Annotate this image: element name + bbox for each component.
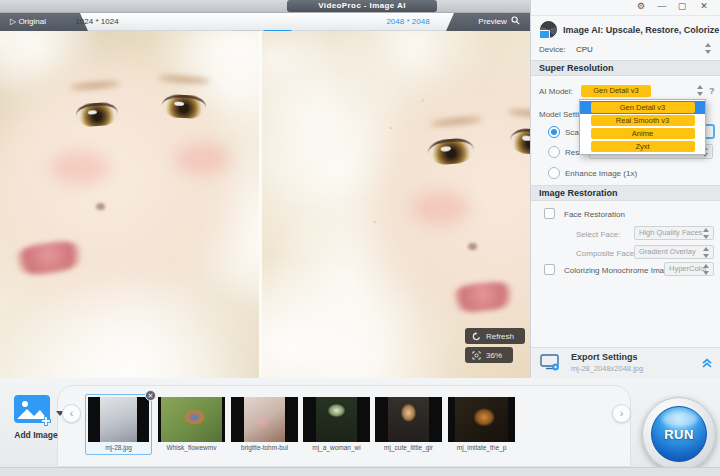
add-image-icon[interactable] [13,394,55,428]
refresh-button[interactable]: Refresh [465,328,525,344]
colorize-checkbox[interactable] [544,264,555,275]
export-settings-icon [540,354,562,372]
minimize-button[interactable]: — [655,1,669,11]
play-icon: ▷ [10,17,16,26]
thumbnail-item[interactable]: mj_cute_little_gir [375,397,442,454]
ai-model-option[interactable]: Gen Detail v3 [580,101,705,114]
super-resolution-section-header: Super Resolution [531,60,720,76]
add-image-label[interactable]: Add Image [6,430,66,440]
select-face-value: High Quality Faces [639,228,702,237]
composite-face-label: Composite Face: [576,249,636,258]
window-title: VideoProc - Image AI [287,0,437,12]
scroll-left-button[interactable]: ‹ [62,404,81,423]
zoom-level-value: 36% [486,351,502,360]
thumbnail-image [100,397,138,442]
gear-icon[interactable]: ⚙ [634,1,648,11]
help-icon[interactable]: ? [709,86,715,96]
magnifier-icon [511,16,520,25]
thumbnail-caption: mj_a_woman_wi [303,442,370,454]
device-spinner-icon[interactable] [705,43,712,54]
original-image-pane[interactable] [0,31,259,378]
select-face-spinner-icon [703,228,710,239]
colorize-dropdown[interactable]: HyperColor [664,262,714,276]
export-settings-card[interactable]: Export Settings mj-28_2048x2048.jpg [531,347,720,378]
thumbnail-image [161,397,223,442]
thumbnail-image [316,397,358,442]
original-size-label: 1024 * 1024 [47,13,147,31]
panel-title: Image AI: Upscale, Restore, Colorize [563,25,719,35]
scroll-right-button[interactable]: › [612,404,631,423]
refresh-label: Refresh [486,332,514,341]
preview-tab-label: Preview [478,17,506,26]
select-face-label: Select Face: [576,230,620,239]
ai-model-option[interactable]: Zyxt [580,140,705,153]
refresh-icon [472,332,481,341]
face-restoration-label: Face Restoration [564,210,625,219]
composite-face-value: Gradient Overlay [639,247,696,256]
ai-model-combobox[interactable]: Gen Detail v3 [581,85,651,97]
thumbnail-image [244,397,286,442]
thumbnail-image [388,397,430,442]
device-value: CPU [576,45,593,54]
export-filename: mj-28_2048x2048.jpg [571,364,643,373]
composite-face-dropdown[interactable]: Gradient Overlay [634,245,714,259]
run-button-label: RUN [651,406,707,462]
videoproc-image-ai-window: VideoProc - Image AI ▷ Original 1024 * 1… [0,0,720,476]
select-face-dropdown[interactable]: High Quality Faces [634,226,714,240]
image-restoration-section-header: Image Restoration [531,185,720,201]
remove-thumbnail-icon[interactable]: ✕ [145,390,156,401]
colorize-spinner-icon [703,264,710,275]
thumbnail-item[interactable]: ✕ mj-28.jpg [85,394,152,455]
thumbnail-caption: mj-28.jpg [88,442,149,454]
thumbnail-caption: brigitte-tohm-bul [231,442,298,454]
bottom-bar: Add Image ‹ ✕ mj-28.jpg Whisk_flowewmv b… [0,378,720,467]
ai-model-dropdown-list: Gen Detail v3 Real Smooth v3 Anime Zyxt [579,99,706,155]
tab-preview[interactable]: Preview [446,13,530,31]
ai-model-spinner-icon[interactable] [697,85,704,96]
ai-model-label: AI Model: [539,87,573,96]
ai-model-option[interactable]: Anime [580,127,705,140]
upscaled-image-pane[interactable] [262,31,530,378]
close-button[interactable]: ✕ [697,1,711,11]
radio-scale[interactable] [548,126,560,138]
upscaled-size-label: 2048 * 2048 [358,13,458,31]
export-settings-title: Export Settings [571,352,638,362]
thumbnail-caption: mj_imitate_the_p [448,442,515,454]
thumbnail-image [455,397,509,442]
preview-compare-area: Refresh 36% [0,31,530,378]
face-restoration-checkbox[interactable] [544,208,555,219]
thumbnail-item[interactable]: Whisk_flowewmv [158,397,225,454]
thumbnail-item[interactable]: brigitte-tohm-bul [231,397,298,454]
colorize-value: HyperColor [669,264,707,273]
run-button[interactable]: RUN [642,397,716,471]
radio-enhance-label: Enhance Image (1x) [565,169,637,178]
radio-resolution[interactable] [548,146,560,158]
ai-model-option[interactable]: Real Smooth v3 [580,114,705,127]
thumbnail-item[interactable]: mj_a_woman_wi [303,397,370,454]
colorize-label: Colorizing Monochrome Image: [564,266,675,275]
image-ai-app-icon [540,21,557,38]
composite-face-spinner-icon [703,247,710,258]
thumbnail-caption: Whisk_flowewmv [158,442,225,454]
thumbnail-caption: mj_cute_little_gir [375,442,442,454]
zoom-level-button[interactable]: 36% [465,347,513,363]
maximize-button[interactable]: ▢ [675,1,689,11]
expand-up-icon[interactable] [701,357,713,369]
status-strip [0,467,720,476]
original-tab-label: Original [18,17,46,26]
radio-enhance[interactable] [548,167,560,179]
zoom-icon [472,351,481,360]
device-label: Device: [539,45,566,54]
preview-header: ▷ Original 1024 * 1024 2048 * 2048 Previ… [0,13,530,31]
thumbnail-item[interactable]: mj_imitate_the_p [448,397,515,454]
settings-panel: ⚙ — ▢ ✕ Image AI: Upscale, Restore, Colo… [530,0,720,378]
